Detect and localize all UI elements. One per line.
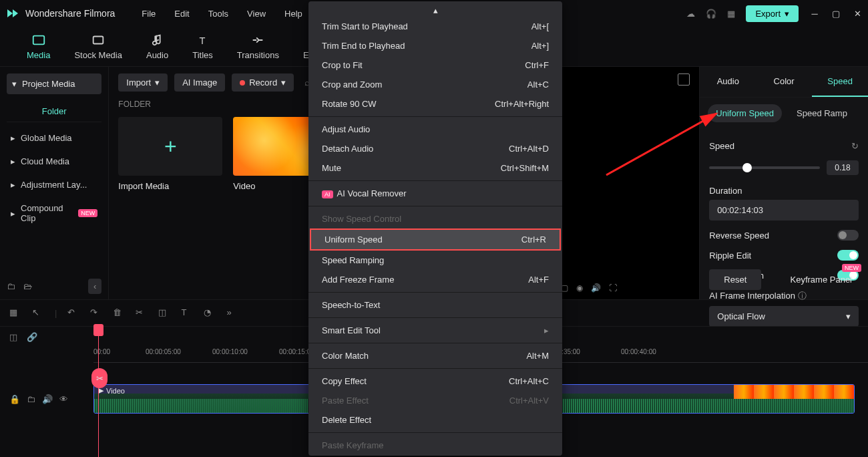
- menu-item-speed-ramping[interactable]: Speed Ramping: [308, 251, 562, 270]
- menu-item-trim-end-to-playhead[interactable]: Trim End to PlayheadAlt+]: [308, 36, 562, 55]
- project-media-button[interactable]: ▾ Project Media: [7, 73, 101, 94]
- menu-item-trim-start-to-playhead[interactable]: Trim Start to PlayheadAlt+[: [308, 17, 562, 36]
- text-icon[interactable]: T: [181, 307, 193, 319]
- menu-file[interactable]: File: [142, 9, 156, 19]
- headphones-icon[interactable]: 🎧: [706, 9, 716, 19]
- uniform-speed-pill[interactable]: Uniform Speed: [708, 104, 782, 122]
- rp-tab-speed[interactable]: Speed: [812, 67, 868, 97]
- playhead[interactable]: [98, 327, 99, 457]
- reverse-toggle[interactable]: [837, 230, 859, 241]
- track-lock-icon[interactable]: 🔒: [9, 394, 20, 404]
- tab-transitions[interactable]: Transitions: [237, 33, 279, 60]
- keyframe-panel-button[interactable]: Keyframe PanelNEW: [784, 269, 859, 290]
- new-badge: NEW: [78, 209, 97, 217]
- rp-tab-audio[interactable]: Audio: [700, 67, 756, 97]
- tl-icon1[interactable]: ◫: [9, 332, 17, 342]
- minimize-button[interactable]: ─: [809, 8, 820, 19]
- reset-button[interactable]: Reset: [709, 269, 761, 290]
- interpolation-select[interactable]: Optical Flow▾: [709, 306, 859, 327]
- menu-tools[interactable]: Tools: [208, 9, 228, 19]
- menu-scroll-up[interactable]: ▴: [308, 4, 562, 17]
- grid-icon[interactable]: ▦: [9, 307, 21, 319]
- crop-icon[interactable]: ◫: [158, 307, 170, 319]
- speed-label: Speed: [709, 141, 734, 151]
- app-logo: [5, 6, 20, 21]
- menu-item-smart-edit-tool[interactable]: Smart Edit Tool▸: [308, 321, 562, 340]
- app-name: Wondershare Filmora: [25, 8, 115, 19]
- ripple-toggle[interactable]: [837, 250, 859, 261]
- folder-add-icon[interactable]: 🗀: [7, 281, 15, 291]
- export-button[interactable]: Export ▾: [746, 5, 799, 22]
- chevron-down-icon: ▾: [785, 9, 789, 19]
- tab-audio[interactable]: Audio: [146, 33, 168, 60]
- chevron-down-icon: ▾: [12, 79, 17, 89]
- sidebar-item-adjustment[interactable]: ▸Adjustment Lay...: [7, 173, 101, 196]
- menu-view[interactable]: View: [247, 9, 266, 19]
- display-icon[interactable]: ▢: [561, 283, 568, 293]
- tab-stock-media[interactable]: Stock Media: [74, 33, 122, 60]
- scissors-icon[interactable]: ✂: [136, 307, 148, 319]
- more-icon[interactable]: »: [226, 307, 238, 319]
- track-eye-icon[interactable]: 👁: [59, 394, 68, 404]
- camera-icon[interactable]: ◉: [576, 283, 583, 293]
- menu-item-add-freeze-frame[interactable]: Add Freeze FrameAlt+F: [308, 270, 562, 289]
- menu-item-paste-effect: Paste EffectCtrl+Alt+V: [308, 391, 562, 410]
- ai-image-button[interactable]: AI Image: [174, 73, 225, 92]
- ai-frame-label: AI Frame Interpolation: [709, 291, 795, 301]
- tab-titles[interactable]: TTitles: [192, 33, 213, 60]
- grid-icon[interactable]: ▦: [727, 9, 735, 19]
- sidebar-item-cloud[interactable]: ▸Cloud Media: [7, 150, 101, 173]
- import-media-thumb[interactable]: + Import Media: [118, 117, 222, 191]
- menu-item-delete-effect[interactable]: Delete Effect: [308, 410, 562, 430]
- collapse-button[interactable]: ‹: [88, 279, 101, 294]
- fullscreen-icon[interactable]: ⛶: [609, 283, 617, 293]
- cloud-icon[interactable]: ☁: [686, 9, 695, 19]
- ripple-label: Ripple Edit: [709, 251, 751, 261]
- undo-icon[interactable]: ↶: [67, 307, 79, 319]
- main-menu: File Edit Tools View Help: [142, 9, 302, 19]
- folder-icon[interactable]: 🗁: [23, 281, 32, 291]
- import-button[interactable]: Import▾: [118, 73, 168, 92]
- speed-slider[interactable]: [709, 166, 820, 169]
- menu-item-crop-to-fit[interactable]: Crop to FitCtrl+F: [308, 55, 562, 75]
- record-button[interactable]: Record▾: [232, 73, 294, 92]
- menu-edit[interactable]: Edit: [174, 9, 189, 19]
- folder-tab[interactable]: Folder: [7, 101, 101, 122]
- cursor-icon[interactable]: ↖: [32, 307, 44, 319]
- track-mute-icon[interactable]: 🔊: [42, 394, 53, 404]
- speed-icon[interactable]: ◔: [204, 307, 216, 319]
- menu-item-mute[interactable]: MuteCtrl+Shift+M: [308, 158, 562, 178]
- delete-icon[interactable]: 🗑: [113, 307, 125, 319]
- sidebar-item-global[interactable]: ▸Global Media: [7, 126, 101, 150]
- link-icon[interactable]: 🔗: [27, 332, 37, 342]
- speed-ramp-pill[interactable]: Speed Ramp: [789, 104, 855, 122]
- menu-item-speech-to-text[interactable]: Speech-to-Text: [308, 295, 562, 315]
- duration-value[interactable]: 00:02:14:03: [709, 200, 859, 220]
- new-badge: NEW: [842, 264, 861, 272]
- menu-item-uniform-speed[interactable]: Uniform SpeedCtrl+R: [310, 228, 561, 251]
- volume-icon[interactable]: 🔊: [591, 283, 601, 293]
- cut-marker[interactable]: ✂: [91, 368, 107, 388]
- redo-icon[interactable]: ↷: [90, 307, 102, 319]
- maximize-button[interactable]: ▢: [831, 8, 841, 19]
- rp-tab-color[interactable]: Color: [756, 67, 812, 97]
- context-menu: ▴Trim Start to PlayheadAlt+[Trim End to …: [308, 1, 562, 456]
- record-dot-icon: [240, 80, 245, 86]
- menu-item-adjust-audio[interactable]: Adjust Audio: [308, 120, 562, 139]
- reset-speed-icon[interactable]: ↻: [851, 141, 859, 151]
- menu-item-crop-and-zoom[interactable]: Crop and ZoomAlt+C: [308, 75, 562, 94]
- tab-media[interactable]: Media: [27, 33, 50, 60]
- menu-help[interactable]: Help: [284, 9, 302, 19]
- speed-value[interactable]: 0.18: [827, 160, 859, 175]
- menu-item-detach-audio[interactable]: Detach AudioCtrl+Alt+D: [308, 139, 562, 158]
- close-button[interactable]: ✕: [852, 8, 863, 19]
- menu-item-rotate-90-cw[interactable]: Rotate 90 CWCtrl+Alt+Right: [308, 94, 562, 114]
- menu-item-ai-vocal-remover[interactable]: AIAI Vocal Remover: [308, 184, 562, 203]
- sidebar-item-compound[interactable]: ▸Compound ClipNEW: [7, 196, 101, 230]
- track-folder-icon[interactable]: 🗀: [27, 394, 35, 404]
- reverse-label: Reverse Speed: [709, 231, 769, 241]
- menu-item-copy-effect[interactable]: Copy EffectCtrl+Alt+C: [308, 371, 562, 391]
- snapshot-icon[interactable]: [678, 73, 690, 86]
- menu-item-color-match[interactable]: Color MatchAlt+M: [308, 346, 562, 365]
- info-icon[interactable]: ⓘ: [798, 291, 807, 301]
